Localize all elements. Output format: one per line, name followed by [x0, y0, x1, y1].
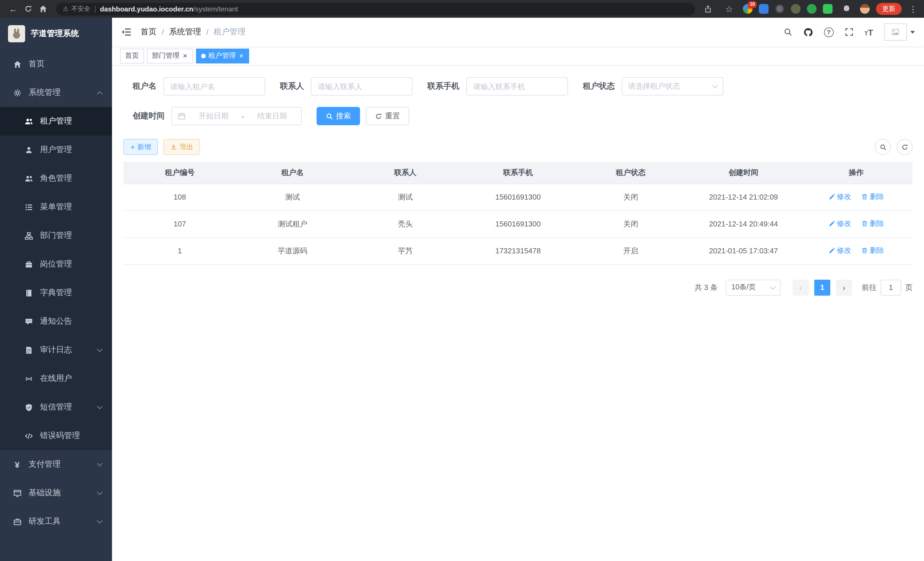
font-size-icon[interactable]: TT	[864, 27, 873, 37]
sidebar-item-menu[interactable]: 菜单管理	[0, 193, 112, 221]
breadcrumb-home[interactable]: 首页	[141, 27, 157, 37]
browser-home-icon[interactable]	[35, 2, 50, 16]
prev-page-button[interactable]: ‹	[793, 279, 808, 295]
sidebar-item-label: 在线用户	[40, 373, 72, 384]
chevron-down-icon	[97, 518, 103, 523]
refresh-icon	[901, 143, 908, 151]
extension-olive-icon[interactable]	[791, 4, 801, 14]
chevron-down-icon	[97, 489, 103, 495]
chrome-update-button[interactable]: 更新	[876, 3, 902, 15]
sidebar-item-tenant[interactable]: 租户管理	[0, 107, 112, 135]
extension-dots-icon[interactable]: 10	[743, 4, 753, 14]
user-avatar[interactable]	[884, 23, 915, 41]
tag-dept[interactable]: 部门管理 ×	[147, 48, 193, 63]
edit-link[interactable]: 修改	[828, 192, 851, 202]
header-search-icon[interactable]	[783, 27, 792, 37]
date-range-picker[interactable]: 开始日期 - 结束日期	[171, 107, 302, 125]
sidebar-item-role[interactable]: 角色管理	[0, 164, 112, 193]
github-icon[interactable]	[803, 27, 813, 37]
sidebar-item-payment[interactable]: ¥ 支付管理	[0, 450, 112, 479]
goto-label: 前往	[862, 282, 877, 293]
tenant-table: 租户编号 租户名 联系人 联系手机 租户状态 创建时间 操作 108 测试	[123, 162, 913, 265]
not-secure-warning[interactable]: ⚠ 不安全	[63, 5, 90, 13]
top-navbar: 首页 / 系统管理 / 租户管理 ?	[112, 18, 924, 46]
sidebar-item-devtools[interactable]: 研发工具	[0, 507, 112, 536]
sidebar-item-infrastructure[interactable]: 基础设施	[0, 479, 112, 507]
next-page-button[interactable]: ›	[836, 279, 852, 295]
refresh-table-button[interactable]	[897, 139, 913, 155]
browser-profile-avatar[interactable]	[860, 4, 870, 14]
sidebar: 芋道管理系统 首页 系统管理	[0, 18, 112, 561]
sidebar-item-online-user[interactable]: 在线用户	[0, 364, 112, 393]
col-tenant-id: 租户编号	[123, 162, 236, 183]
browser-reload-icon[interactable]	[21, 2, 35, 16]
delete-link[interactable]: 删除	[861, 192, 884, 202]
extension-green-square-icon[interactable]	[823, 4, 832, 14]
status-select-placeholder: 请选择租户状态	[628, 81, 680, 92]
col-contact: 联系人	[349, 162, 462, 183]
edit-link[interactable]: 修改	[828, 219, 851, 229]
cell-actions: 修改 删除	[800, 211, 913, 237]
share-icon[interactable]	[700, 2, 716, 16]
tag-close-icon[interactable]: ×	[182, 52, 188, 59]
cell-created: 2021-12-14 21:02:09	[687, 183, 800, 211]
breadcrumb-system[interactable]: 系统管理	[169, 27, 201, 37]
contact-input[interactable]	[311, 77, 412, 96]
status-select[interactable]: 请选择租户状态	[622, 77, 723, 96]
cell-name: 芋道源码	[236, 237, 349, 264]
cell-mobile: 17321315478	[462, 237, 574, 264]
cell-mobile: 15601691300	[462, 183, 574, 211]
export-button[interactable]: 导出	[164, 139, 200, 155]
sidebar-item-sms[interactable]: 短信管理	[0, 393, 112, 421]
tag-close-icon[interactable]: ×	[238, 52, 244, 59]
page-size-select[interactable]: 10条/页	[726, 279, 781, 295]
sidebar-item-dict[interactable]: 字典管理	[0, 278, 112, 307]
tag-tenant[interactable]: 租户管理 ×	[196, 48, 249, 63]
sidebar-item-label: 用户管理	[40, 145, 72, 155]
audit-log-icon	[24, 345, 33, 355]
sidebar-item-user[interactable]: 用户管理	[0, 135, 112, 164]
sidebar-item-error-code[interactable]: 错误码管理	[0, 421, 112, 450]
goto-page-input[interactable]	[880, 279, 901, 295]
refresh-icon	[375, 112, 382, 120]
chevron-down-icon	[770, 284, 776, 289]
search-icon	[326, 112, 333, 120]
extensions-puzzle-icon[interactable]	[839, 2, 854, 16]
trash-icon	[861, 194, 868, 200]
page-1-button[interactable]: 1	[814, 279, 830, 295]
reset-button[interactable]: 重置	[366, 107, 409, 125]
search-button[interactable]: 搜索	[316, 107, 360, 125]
app-title: 芋道管理系统	[31, 29, 79, 39]
extension-dark-icon[interactable]	[775, 4, 784, 14]
sidebar-item-dept[interactable]: 部门管理	[0, 221, 112, 250]
sidebar-item-post[interactable]: 岗位管理	[0, 250, 112, 278]
fullscreen-icon[interactable]	[844, 27, 854, 37]
sidebar-item-system[interactable]: 系统管理	[0, 78, 112, 107]
extension-green-circle-icon[interactable]	[807, 4, 817, 14]
bookmark-star-icon[interactable]: ☆	[722, 2, 736, 16]
delete-link[interactable]: 删除	[861, 246, 884, 256]
col-status: 租户状态	[574, 162, 687, 183]
address-bar[interactable]: ⚠ 不安全 dashboard.yudao.iocoder.cn /system…	[56, 3, 695, 15]
tenant-name-input[interactable]	[164, 77, 265, 96]
sidebar-item-home[interactable]: 首页	[0, 50, 112, 78]
delete-link[interactable]: 删除	[861, 219, 884, 229]
edit-link[interactable]: 修改	[828, 246, 851, 256]
sidebar-item-label: 角色管理	[40, 173, 72, 183]
browser-back-icon[interactable]: ←	[6, 2, 21, 16]
not-secure-label: 不安全	[71, 5, 90, 13]
sidebar-collapse-icon[interactable]	[121, 27, 131, 37]
tag-home[interactable]: 首页	[120, 48, 144, 63]
browser-menu-kebab-icon[interactable]: ⋮	[908, 4, 918, 14]
extension-blue-icon[interactable]	[759, 4, 769, 14]
toggle-search-button[interactable]	[875, 139, 891, 155]
chevron-down-icon	[97, 461, 103, 466]
breadcrumb-current: 租户管理	[214, 27, 246, 37]
sidebar-item-audit-log[interactable]: 审计日志	[0, 336, 112, 364]
help-icon[interactable]: ?	[824, 27, 833, 37]
add-button[interactable]: + 新增	[123, 139, 158, 155]
app-logo[interactable]: 芋道管理系统	[0, 18, 112, 50]
sidebar-item-notice[interactable]: 通知公告	[0, 307, 112, 336]
mobile-input[interactable]	[466, 77, 568, 96]
filter-row-1: 租户名 联系人 联系手机 租户状态 请选择租户状态	[133, 77, 913, 96]
